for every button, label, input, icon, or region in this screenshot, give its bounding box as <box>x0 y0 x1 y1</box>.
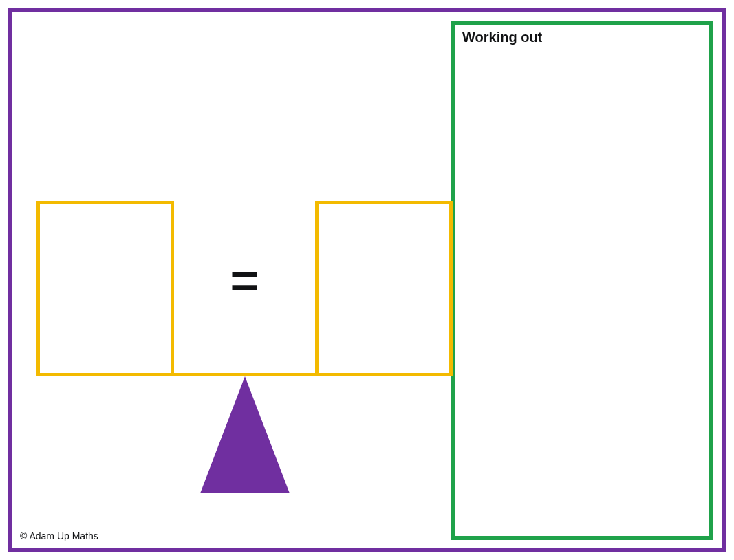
fulcrum-triangle-icon <box>200 376 290 493</box>
equals-sign: = <box>230 255 259 319</box>
working-out-box[interactable]: Working out <box>451 21 713 540</box>
balance-scale: = <box>36 201 453 493</box>
worksheet-frame: Working out = © Adam Up Maths <box>8 8 726 552</box>
balance-beam: = <box>36 201 453 376</box>
right-value-box[interactable] <box>315 201 453 373</box>
left-value-box[interactable] <box>36 201 174 373</box>
copyright-text: © Adam Up Maths <box>20 530 98 541</box>
working-out-title: Working out <box>462 30 702 45</box>
